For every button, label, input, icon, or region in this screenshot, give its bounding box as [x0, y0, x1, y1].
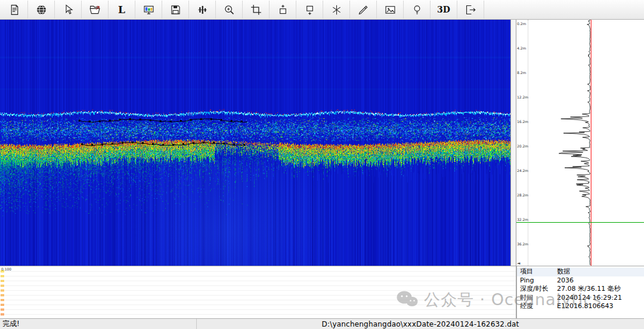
toolbar-button-image[interactable]: [377, 1, 404, 19]
status-file-path: D:\yanchenghangdao\xxxDate-20240124-1626…: [197, 320, 644, 328]
split-icon: [330, 4, 343, 16]
depth-scale: 0.2m4.2m8.2m12.2m16.2m20.2m24.2m28.2m32.…: [516, 20, 528, 266]
depth-label: 28.2m: [517, 193, 528, 197]
info-row: 项目数据: [517, 267, 644, 276]
signal-trace-panel: 0.2m4.2m8.2m12.2m16.2m20.2m24.2m28.2m32.…: [516, 20, 644, 266]
ping-info-panel: 项目数据Ping2036深度/时长27.08 米/36.11 毫秒时间20240…: [516, 266, 644, 318]
info-table: 项目数据Ping2036深度/时长27.08 米/36.11 毫秒时间20240…: [517, 267, 644, 311]
toolbar-button-three-d[interactable]: 3D: [431, 1, 457, 19]
echogram-canvas[interactable]: [0, 20, 510, 266]
info-label: 经度: [520, 302, 557, 311]
doc-edit-icon: [8, 4, 21, 16]
grid-line: [0, 271, 516, 272]
depth-label: 12.2m: [517, 95, 528, 99]
echogram-view[interactable]: [0, 20, 510, 266]
grid-line: [0, 295, 516, 296]
info-row: 深度/时长27.08 米/36.11 毫秒: [517, 285, 644, 294]
grid-line: [0, 305, 516, 305]
info-label: 项目: [520, 267, 557, 276]
status-message: 完成!: [0, 319, 197, 329]
toolbar-button-exit[interactable]: [457, 1, 484, 19]
echogram-right-gutter: [510, 20, 516, 266]
trace-canvas: [528, 20, 644, 266]
display-icon: [143, 4, 155, 16]
globe-icon: [35, 4, 48, 16]
toolbar-button-bulb[interactable]: [404, 1, 431, 19]
info-value: 27.08 米/36.11 毫秒: [557, 285, 621, 294]
depth-label: 0.2m: [517, 21, 526, 26]
info-label: 深度/时长: [520, 285, 557, 294]
toolbar-button-levels[interactable]: [189, 1, 216, 19]
toolbar-button-cursor[interactable]: [55, 1, 82, 19]
pen-icon: [357, 4, 370, 16]
three-d-icon: 3D: [437, 5, 450, 14]
toolbar-button-doc-edit[interactable]: [1, 1, 28, 19]
depth-label: 24.2m: [517, 168, 528, 173]
info-label: Ping: [520, 276, 557, 285]
depth-label: 32.2m: [517, 217, 528, 222]
crop-icon: [250, 4, 262, 16]
grid-line: [0, 285, 516, 286]
grid-line: [0, 290, 516, 291]
zoom-icon: [223, 4, 236, 16]
levels-icon: [196, 4, 209, 16]
letter-l-icon: L: [118, 5, 125, 15]
toolbar-button-zoom[interactable]: [216, 1, 243, 19]
depth-label: 36.2m: [517, 242, 528, 246]
info-row: Ping2036: [517, 276, 644, 285]
cursor-icon: [62, 4, 75, 16]
depth-label: 16.2m: [517, 119, 528, 124]
amplitude-strip: 0.100: [0, 266, 516, 318]
toolbar-button-open-export[interactable]: [82, 1, 109, 19]
exit-icon: [465, 4, 477, 16]
save-icon: [169, 4, 182, 16]
toolbar: L: [0, 0, 644, 20]
toolbar-button-pen[interactable]: [350, 1, 377, 19]
grid-line: [0, 276, 516, 276]
info-row: 经度E12016.8106643: [517, 302, 644, 311]
info-value: 数据: [557, 267, 570, 276]
info-value: 2036: [557, 276, 574, 285]
toolbar-button-display[interactable]: [135, 1, 162, 19]
insert-bottom-icon: [304, 4, 316, 16]
grid-line: [0, 281, 516, 281]
toolbar-button-insert-top[interactable]: [270, 1, 296, 19]
info-value: E12016.8106643: [557, 302, 613, 311]
info-label: 时间: [520, 294, 557, 303]
info-row: 时间20240124 16:29:21: [517, 294, 644, 303]
grid-line: [0, 314, 516, 315]
toolbar-button-globe[interactable]: [28, 1, 55, 19]
depth-label: 20.2m: [517, 144, 528, 148]
application-window: L: [0, 0, 644, 329]
image-icon: [384, 4, 397, 16]
insert-top-icon: [277, 4, 289, 16]
info-value: 20240124 16:29:21: [557, 294, 622, 303]
bulb-icon: [411, 4, 423, 16]
toolbar-button-save[interactable]: [162, 1, 189, 19]
toolbar-button-letter-l[interactable]: L: [109, 1, 135, 19]
scroll-left-arrow[interactable]: ◄: [517, 262, 520, 266]
trace-area: [528, 20, 644, 266]
grid-line: [0, 300, 516, 300]
depth-label: 8.2m: [517, 70, 526, 75]
status-bar: 完成! D:\yanchenghangdao\xxxDate-20240124-…: [0, 318, 644, 329]
grid-line: [0, 309, 516, 310]
toolbar-button-split[interactable]: [323, 1, 350, 19]
depth-label: 4.2m: [517, 46, 526, 50]
open-export-icon: [89, 4, 101, 16]
toolbar-button-insert-bottom[interactable]: [296, 1, 323, 19]
bottom-track-line: [516, 222, 644, 223]
toolbar-button-crop[interactable]: [243, 1, 270, 19]
